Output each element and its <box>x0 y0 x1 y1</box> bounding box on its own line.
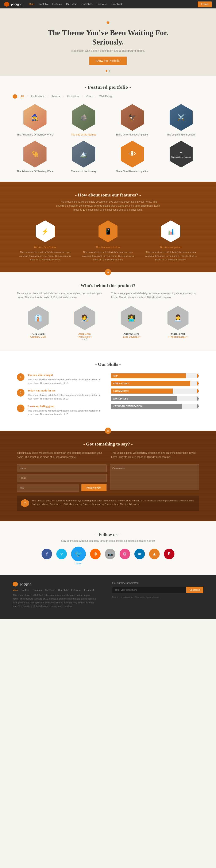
list-item[interactable]: ⚔️ The beginning of freedom <box>159 104 203 136</box>
team-desc-left: This unusual piece will definitely becom… <box>17 291 105 300</box>
nav-link-followus[interactable]: Follow us <box>97 3 107 6</box>
social-twitter-link[interactable]: 🐦 <box>71 547 86 561</box>
skill-arrow-keyword <box>197 404 199 409</box>
feature-item-1: ⚡ This is a first feature This unusual p… <box>17 220 73 262</box>
skill-arrow-ecommerce <box>197 389 199 394</box>
filter-illustration[interactable]: Illustration <box>67 95 79 98</box>
list-item[interactable]: 🪨 The end of the journey <box>61 104 106 136</box>
footer-nav-main[interactable]: Main <box>13 589 18 591</box>
skills-grid: 1 The sun shines bright This unusual pie… <box>17 373 199 420</box>
footer-newsletter-label: Get our free newsletter! <box>112 582 203 585</box>
filter-all[interactable]: All <box>21 95 24 98</box>
feature-text-3: This unusual piece will definitely becom… <box>143 250 199 262</box>
team-section: ★ - Who's behind this product? - This un… <box>0 272 216 351</box>
team-grid: 👔 Alex Clark • Company CEO • 🧑‍🎨 Jean Cr… <box>17 306 199 340</box>
nav-link-features[interactable]: Features <box>52 3 62 6</box>
social-dribbble-link[interactable]: ⊛ <box>120 549 130 559</box>
skill-item-2: 2 Today was made for me This unusual pie… <box>17 389 105 400</box>
follow-button[interactable]: Follow <box>198 1 212 7</box>
follow-title: - Follow us - <box>17 532 199 537</box>
skill-fill-wordpress: WORDPRESS <box>111 396 177 401</box>
nav-link-main[interactable]: Main <box>29 3 34 6</box>
team-desc-right: This unusual piece will definitely becom… <box>111 291 199 300</box>
contact-desc-left: This unusual piece will definitely becom… <box>17 451 105 459</box>
logo-text: polygon <box>11 3 22 6</box>
hero-dot-1[interactable] <box>106 70 107 72</box>
portfolio-label-2: The end of the journey <box>61 133 106 136</box>
list-item[interactable]: 🦅 Share One Planet competition <box>110 104 155 136</box>
list-item[interactable]: 🏔️ The end of the journey <box>61 141 106 173</box>
team-avatar-3: 👩‍💻 <box>121 306 142 330</box>
skill-bar-ecommerce: E-COMMERCE <box>111 389 199 394</box>
skill-number-2: 2 <box>17 389 25 397</box>
list-item[interactable]: 🧙 The Adventure Of Sanitary Ware <box>13 104 57 136</box>
feature-item-3: 📊 This is a last feature This unusual pi… <box>143 220 199 262</box>
footer-right: Get our free newsletter! Subscribe Be th… <box>112 582 203 608</box>
skill-text-2: This unusual piece will definitely becom… <box>28 393 105 400</box>
social-twitter-wrapper: 🐦 Twitter <box>71 549 86 565</box>
skill-content-3: I woke up feeling great This unusual pie… <box>28 405 105 416</box>
footer-nav-features[interactable]: Features <box>32 589 41 591</box>
skill-track-html: HTML5 / CSS3 <box>111 381 199 386</box>
list-item[interactable]: 🐪 The Adventure Of Sanitary Ware <box>13 141 57 173</box>
social-camera-link[interactable]: 📷 <box>105 549 115 559</box>
skills-right: PHP HTML5 / CSS3 E-COMMERCE <box>111 373 199 420</box>
team-name-4: Matt Forest <box>171 332 185 336</box>
contact-title: - Got something to say? - <box>17 441 199 447</box>
list-item[interactable]: → Check out our Features <box>159 141 203 173</box>
portfolio-hex-5: 🐪 <box>23 141 47 167</box>
contact-submit-button[interactable]: Ready to Go! <box>82 484 106 491</box>
hero-title: The Theme You've Been Waiting For. Serio… <box>45 28 171 46</box>
footer-nav: Main Portfolio Features Our Team Our Ski… <box>13 589 104 591</box>
team-avatar-2: 🧑‍🎨 <box>74 306 95 330</box>
social-triangle-link[interactable]: ▲ <box>149 549 160 559</box>
social-linkedin-link[interactable]: in <box>134 549 145 559</box>
footer-nav-ourskills[interactable]: Our Skills <box>58 589 68 591</box>
featured-title: - Featured portfolio - <box>13 85 203 90</box>
footer-bottom-text: Be the first to know for offers, deals, … <box>112 596 203 598</box>
nav-link-ourskills[interactable]: Our Skills <box>82 3 92 6</box>
contact-note-text: This unusual piece will definitely becom… <box>32 499 195 506</box>
footer-nav-ourteam[interactable]: Our Team <box>45 589 55 591</box>
footer-nav-followus[interactable]: Follow us <box>71 589 81 591</box>
nav-link-portfolio[interactable]: Portfolio <box>38 3 48 6</box>
contact-comments-textarea[interactable] <box>110 465 199 490</box>
nav-link-ourteam[interactable]: Our Team <box>66 3 77 6</box>
skill-text-3: This unusual piece will definitely becom… <box>28 409 105 416</box>
filter-webdesign[interactable]: Web Design <box>99 95 113 98</box>
nav-link-feedback[interactable]: Feedback <box>112 3 123 6</box>
contact-email-input[interactable] <box>17 474 106 482</box>
filter-artwork[interactable]: Artwork <box>52 95 60 98</box>
footer-nav-feedback[interactable]: Feedback <box>84 589 94 591</box>
contact-desc-grid: This unusual piece will definitely becom… <box>17 451 199 459</box>
filter-applications[interactable]: Applications <box>31 95 44 98</box>
contact-form: Ready to Go! <box>17 465 199 492</box>
skill-track-wordpress: WORDPRESS <box>111 396 199 401</box>
skill-bar-label-wordpress: WORDPRESS <box>113 397 128 400</box>
team-member-3: 👩‍💻 Andrew Berg • Lead Developer • <box>110 306 153 340</box>
portfolio-label-6: The end of the journey <box>61 170 106 173</box>
filter-video[interactable]: Video <box>86 95 92 98</box>
nav-logo[interactable]: polygon <box>4 2 22 7</box>
contact-title-input[interactable] <box>17 484 79 492</box>
contact-badge-icon: ✉ <box>105 428 111 434</box>
feature-text-2: This unusual piece will definitely becom… <box>80 250 136 262</box>
social-vimeo-link[interactable]: v <box>56 549 67 559</box>
footer-subscribe-button[interactable]: Subscribe <box>186 587 203 593</box>
features-section: - How about some our features? - This un… <box>0 182 216 272</box>
hero-dot-2[interactable] <box>109 70 110 72</box>
social-facebook-link[interactable]: f <box>41 549 52 559</box>
footer-nav-portfolio[interactable]: Portfolio <box>21 589 29 591</box>
skills-title: - Our Skills - <box>17 362 199 367</box>
footer-email-input[interactable] <box>112 587 186 593</box>
social-pinterest-link[interactable]: P <box>164 549 175 559</box>
hero-cta-button[interactable]: Show me Portfolio! <box>89 57 127 65</box>
contact-name-input[interactable] <box>17 465 106 472</box>
feature-icon-3: 📊 <box>167 228 175 235</box>
social-rss-link[interactable]: ⊕ <box>90 549 101 559</box>
skill-content-2: Today was made for me This unusual piece… <box>28 389 105 400</box>
portfolio-hex-6: 🏔️ <box>72 141 95 167</box>
list-item[interactable]: 👁 Share One Planet competition <box>110 141 155 173</box>
contact-left-fields: Ready to Go! <box>17 465 106 492</box>
contact-right-field <box>110 465 199 492</box>
